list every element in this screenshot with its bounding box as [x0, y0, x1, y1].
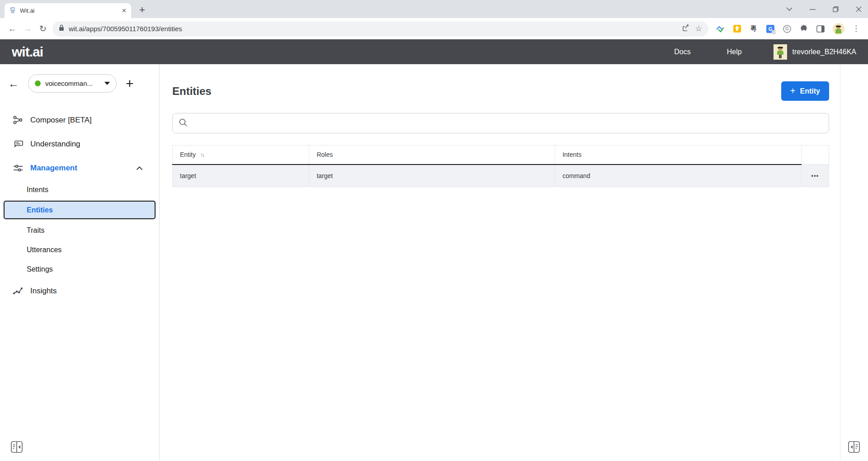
sidebar-item-traits[interactable]: Traits: [0, 221, 159, 240]
main-content: Entities + Entity Entity: [160, 64, 840, 461]
username[interactable]: trevorlee_B2H46KA: [793, 48, 856, 56]
table-row[interactable]: target target command •••: [173, 165, 829, 187]
sidebar-item-insights[interactable]: Insights: [0, 279, 159, 303]
sidebar-item-label: Management: [30, 164, 77, 173]
row-overflow-menu-icon[interactable]: •••: [802, 165, 829, 187]
extensions-strip: 粵 G G ⋮: [712, 23, 863, 35]
app-dropdown[interactable]: voicecomman...: [28, 74, 117, 93]
lock-icon[interactable]: [59, 24, 64, 33]
side-panel-icon[interactable]: [816, 24, 825, 33]
management-submenu: Intents Entities Traits Utterances Setti…: [0, 180, 159, 279]
management-sliders-icon: [13, 164, 24, 173]
column-header-intents: Intents: [555, 146, 802, 165]
docs-link[interactable]: Docs: [656, 48, 708, 56]
back-to-apps-icon[interactable]: ←: [8, 77, 28, 90]
translate-extension-icon[interactable]: G: [766, 24, 775, 33]
app-status-dot: [35, 80, 41, 86]
sidebar-item-entities[interactable]: Entities: [4, 201, 156, 219]
sidebar-item-label: Intents: [27, 186, 48, 194]
stream-extension-icon[interactable]: [716, 24, 725, 33]
chevron-down-icon: [104, 82, 110, 85]
ime-extension-icon[interactable]: 粵: [749, 24, 758, 33]
browser-menu-icon[interactable]: ⋮: [852, 24, 860, 33]
sidebar-item-label: Utterances: [27, 246, 61, 254]
sidebar-item-settings[interactable]: Settings: [0, 259, 159, 279]
app-header: wit.ai Docs Help trevorlee_B2H46KA: [0, 39, 868, 64]
sidebar-item-label: Settings: [27, 265, 53, 273]
close-window-button[interactable]: [856, 6, 862, 12]
tab-title: Wit.ai: [20, 7, 118, 14]
right-rail: [840, 64, 868, 461]
browser-titlebar: Wit.ai ✕ +: [0, 0, 868, 18]
sidebar-item-label: Traits: [27, 226, 44, 235]
column-header-entity[interactable]: Entity ↑↓: [173, 146, 309, 165]
sidebar-item-label: Composer [BETA]: [30, 116, 92, 125]
share-icon[interactable]: [682, 24, 691, 33]
tab-close-icon[interactable]: ✕: [122, 7, 127, 14]
refresh-icon[interactable]: ↻: [35, 21, 51, 37]
expand-right-panel-icon[interactable]: [848, 441, 860, 455]
restore-button[interactable]: [833, 6, 839, 12]
cell-roles[interactable]: target: [309, 165, 555, 187]
cell-entity[interactable]: target: [173, 165, 309, 187]
add-app-button[interactable]: +: [126, 77, 134, 90]
new-tab-button[interactable]: +: [139, 4, 145, 16]
sidebar-item-composer[interactable]: Composer [BETA]: [0, 108, 159, 132]
plus-icon: +: [790, 86, 796, 96]
collapse-sidebar-icon[interactable]: [11, 441, 23, 455]
sort-icon[interactable]: ↑↓: [200, 152, 204, 158]
user-avatar[interactable]: [774, 44, 787, 60]
sidebar-item-management[interactable]: Management: [0, 156, 159, 180]
tab-search-chevron-icon[interactable]: [786, 7, 793, 11]
browser-tab[interactable]: Wit.ai ✕: [5, 3, 131, 18]
add-entity-label: Entity: [800, 87, 820, 95]
sidebar-item-understanding[interactable]: Understanding: [0, 132, 159, 156]
browser-profile-avatar[interactable]: [833, 23, 844, 35]
chevron-up-icon[interactable]: [136, 164, 143, 173]
url-bar[interactable]: wit.ai/apps/700595011760193/entities ☆: [52, 21, 708, 37]
witai-logo[interactable]: wit.ai: [12, 44, 43, 60]
bookmark-star-icon[interactable]: ☆: [695, 24, 702, 33]
forward-icon: →: [20, 21, 35, 37]
browser-toolbar: ← → ↻ wit.ai/apps/700595011760193/entiti…: [0, 18, 868, 39]
search-icon: [179, 118, 188, 129]
sidebar-item-intents[interactable]: Intents: [0, 180, 159, 199]
column-header-actions: [802, 146, 829, 165]
minimize-button[interactable]: [810, 6, 816, 12]
table-header-row: Entity ↑↓ Roles Intents: [173, 146, 829, 165]
add-entity-button[interactable]: + Entity: [781, 81, 829, 101]
puzzle-extensions-icon[interactable]: [799, 24, 808, 33]
page-title: Entities: [172, 85, 212, 98]
composer-icon: [13, 116, 24, 125]
entities-table: Entity ↑↓ Roles Intents target target co…: [172, 145, 829, 187]
sidebar-item-label: Understanding: [30, 140, 80, 149]
sidebar-item-label: Entities: [27, 206, 53, 214]
sidebar-item-label: Insights: [30, 287, 57, 296]
back-icon[interactable]: ←: [5, 21, 20, 37]
understanding-icon: [13, 140, 24, 149]
insights-icon: [13, 287, 24, 296]
g-extension-icon[interactable]: G: [783, 24, 792, 33]
app-selector-row: ← voicecomman... +: [0, 74, 159, 93]
column-header-roles: Roles: [309, 146, 555, 165]
favicon-robot-icon: [9, 6, 16, 15]
sidebar: ← voicecomman... + Composer [BETA] Under…: [0, 64, 160, 461]
entity-search-input[interactable]: [172, 113, 829, 133]
app-name: voicecomman...: [45, 80, 100, 87]
cell-intents[interactable]: command: [555, 165, 802, 187]
sidebar-item-utterances[interactable]: Utterances: [0, 240, 159, 259]
help-link[interactable]: Help: [709, 48, 760, 56]
keep-extension-icon[interactable]: [732, 24, 741, 33]
url-text[interactable]: wit.ai/apps/700595011760193/entities: [69, 25, 182, 33]
